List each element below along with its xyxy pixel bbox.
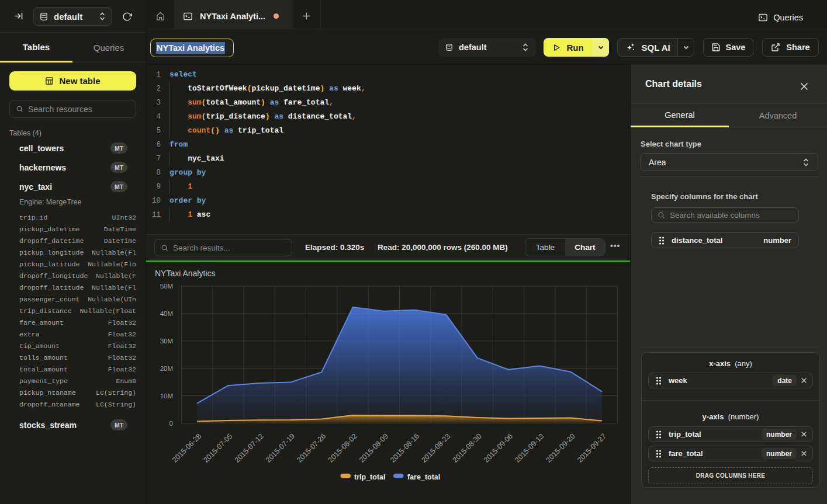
svg-text:30M: 30M — [160, 338, 173, 345]
svg-text:2015-06-28: 2015-06-28 — [171, 432, 203, 464]
svg-text:2015-07-12: 2015-07-12 — [233, 432, 265, 464]
svg-text:2015-08-16: 2015-08-16 — [389, 432, 421, 464]
svg-text:10M: 10M — [160, 392, 173, 399]
svg-text:2015-07-19: 2015-07-19 — [264, 432, 296, 464]
svg-text:0: 0 — [169, 420, 173, 427]
svg-text:2015-09-20: 2015-09-20 — [545, 432, 577, 464]
svg-text:20M: 20M — [160, 365, 173, 372]
svg-text:NYTaxi Analytics: NYTaxi Analytics — [155, 269, 215, 278]
svg-text:trip_total: trip_total — [354, 473, 385, 481]
svg-text:2015-07-26: 2015-07-26 — [295, 432, 327, 464]
svg-text:2015-08-23: 2015-08-23 — [420, 432, 452, 464]
svg-text:2015-09-27: 2015-09-27 — [576, 432, 608, 464]
svg-text:2015-09-13: 2015-09-13 — [513, 432, 545, 464]
svg-text:2015-08-02: 2015-08-02 — [327, 432, 359, 464]
svg-text:50M: 50M — [160, 283, 173, 290]
svg-text:2015-07-05: 2015-07-05 — [202, 432, 234, 464]
svg-text:40M: 40M — [160, 310, 173, 317]
svg-text:2015-09-06: 2015-09-06 — [482, 432, 514, 464]
svg-text:fare_total: fare_total — [407, 473, 440, 481]
svg-text:2015-08-30: 2015-08-30 — [451, 432, 483, 464]
svg-text:2015-08-09: 2015-08-09 — [358, 432, 390, 464]
